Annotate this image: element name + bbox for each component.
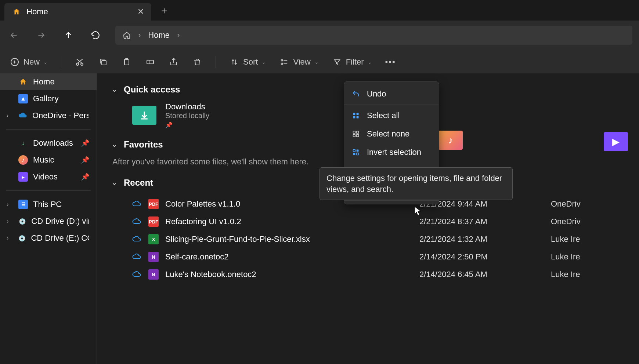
svg-rect-14 (357, 131, 359, 134)
home-icon (12, 7, 21, 17)
svg-rect-18 (357, 150, 359, 152)
more-button[interactable]: ••• (385, 57, 396, 67)
file-name: Slicing-Pie-Grunt-Fund-to-Pie-Slicer.xls… (165, 234, 413, 244)
chevron-right-icon[interactable]: › (7, 218, 8, 225)
file-date: 2/21/2024 8:37 AM (419, 217, 544, 226)
chevron-down-icon[interactable]: ⌄ (112, 85, 117, 94)
file-location: Luke Ire (551, 252, 624, 262)
sidebar-item-thispc[interactable]: › 🖥 This PC (0, 196, 97, 213)
chevron-right-icon[interactable]: › (7, 235, 8, 241)
up-button[interactable] (61, 28, 76, 43)
sidebar-item-cd-d[interactable]: › 💿 CD Drive (D:) virtio- (0, 213, 97, 230)
menu-undo[interactable]: Undo (344, 85, 439, 103)
sidebar-item-label: Videos (33, 172, 58, 182)
tabs-bar: Home ✕ ＋ (0, 0, 639, 21)
tab-home[interactable]: Home ✕ (4, 3, 151, 21)
sidebar-item-label: Gallery (33, 94, 59, 103)
recent-file-row[interactable]: NSelf-care.onetoc22/14/2024 2:50 PMLuke … (112, 248, 624, 266)
svg-rect-10 (357, 113, 359, 115)
sidebar-item-videos[interactable]: ▸ Videos 📌 (0, 168, 97, 185)
menu-divider (344, 105, 439, 105)
select-none-icon (351, 130, 360, 138)
forward-button[interactable] (34, 28, 48, 43)
chevron-right-icon[interactable]: › (7, 112, 8, 119)
svg-rect-3 (102, 61, 106, 65)
sidebar-item-label: OneDrive - Persona (32, 111, 89, 120)
file-date: 2/14/2024 6:45 AM (419, 270, 544, 279)
file-type-icon: X (148, 234, 159, 244)
quick-access-videos-folder-icon[interactable]: ▶ (604, 132, 628, 151)
recent-file-row[interactable]: NLuke's Notebook.onetoc22/14/2024 6:45 A… (112, 266, 624, 283)
new-tab-button[interactable]: ＋ (159, 4, 169, 17)
back-button[interactable] (7, 28, 21, 43)
menu-label: Select none (367, 129, 409, 139)
new-button[interactable]: New ⌄ (10, 57, 48, 67)
chevron-right-icon[interactable]: › (7, 201, 8, 208)
quick-access-music-folder-icon[interactable]: ♪ (438, 131, 463, 150)
sidebar-item-label: Home (33, 77, 55, 87)
gallery-icon: ▲ (18, 94, 28, 103)
sidebar-item-onedrive[interactable]: › OneDrive - Persona (0, 107, 97, 124)
breadcrumb-item[interactable]: Home (148, 30, 170, 40)
recent-file-row[interactable]: XSlicing-Pie-Grunt-Fund-to-Pie-Slicer.xl… (112, 230, 624, 248)
pc-icon: 🖥 (18, 200, 28, 209)
sidebar-item-home[interactable]: Home (0, 73, 97, 90)
file-location: Luke Ire (551, 270, 624, 279)
chevron-right-icon[interactable]: › (177, 30, 180, 40)
sort-button[interactable]: Sort ⌄ (229, 57, 266, 67)
home-icon (18, 77, 28, 87)
svg-rect-11 (353, 116, 355, 119)
sidebar-item-music[interactable]: ♪ Music 📌 (0, 152, 97, 168)
sort-label: Sort (243, 57, 258, 67)
svg-rect-13 (353, 131, 355, 134)
sidebar-item-label: Downloads (33, 138, 73, 148)
file-name: Refactoring UI v1.0.2 (165, 217, 413, 226)
copy-button[interactable] (98, 57, 108, 67)
rename-button[interactable] (145, 57, 155, 67)
recent-file-row[interactable]: PDFRefactoring UI v1.0.22/21/2024 8:37 A… (112, 213, 624, 230)
chevron-down-icon[interactable]: ⌄ (112, 141, 117, 149)
view-button[interactable]: View ⌄ (279, 57, 318, 67)
pin-icon[interactable]: 📌 (81, 139, 89, 147)
share-button[interactable] (169, 57, 179, 67)
tab-title: Home (26, 7, 48, 17)
svg-rect-6 (147, 60, 154, 64)
sidebar-item-label: CD Drive (D:) virtio- (31, 216, 89, 226)
cut-button[interactable] (75, 57, 85, 67)
toolbar: New ⌄ Sort ⌄ View ⌄ Filter ⌄ ••• (0, 50, 639, 73)
sidebar-item-cd-e[interactable]: › 💿 CD Drive (E:) CCCO (0, 230, 97, 247)
filter-icon (332, 57, 342, 67)
breadcrumb[interactable]: › Home › (115, 26, 632, 45)
close-tab-button[interactable]: ✕ (137, 7, 144, 17)
separator (216, 56, 216, 68)
filter-button[interactable]: Filter ⌄ (332, 57, 372, 67)
file-type-icon: PDF (148, 216, 159, 227)
pin-icon[interactable]: 📌 (81, 156, 89, 164)
chevron-down-icon: ⌄ (43, 59, 48, 65)
chevron-down-icon[interactable]: ⌄ (112, 179, 117, 187)
sidebar-item-label: CD Drive (E:) CCCO (31, 233, 89, 243)
menu-invert-selection[interactable]: Invert selection (344, 143, 439, 161)
delete-button[interactable] (192, 57, 202, 67)
view-icon (279, 57, 289, 67)
divider (6, 129, 91, 130)
svg-rect-20 (357, 153, 359, 155)
sidebar-item-label: Music (33, 155, 54, 165)
file-date: 2/21/2024 1:32 AM (419, 234, 544, 244)
menu-select-none[interactable]: Select none (344, 125, 439, 143)
sidebar-item-downloads[interactable]: ↓ Downloads 📌 (0, 135, 97, 152)
file-location: OneDriv (551, 217, 624, 226)
sidebar-item-gallery[interactable]: ▲ Gallery (0, 90, 97, 107)
menu-select-all[interactable]: Select all (344, 106, 439, 125)
invert-selection-icon (351, 149, 360, 156)
refresh-button[interactable] (88, 28, 103, 43)
paste-button[interactable] (122, 57, 132, 67)
cloud-icon (132, 218, 142, 225)
select-all-icon (351, 112, 360, 119)
video-icon: ▸ (18, 172, 28, 182)
navigation-bar: › Home › (0, 21, 639, 50)
file-type-icon: N (148, 252, 159, 262)
breadcrumb-home-icon[interactable] (123, 31, 131, 39)
pin-icon[interactable]: 📌 (81, 173, 89, 181)
menu-label: Invert selection (367, 148, 421, 157)
